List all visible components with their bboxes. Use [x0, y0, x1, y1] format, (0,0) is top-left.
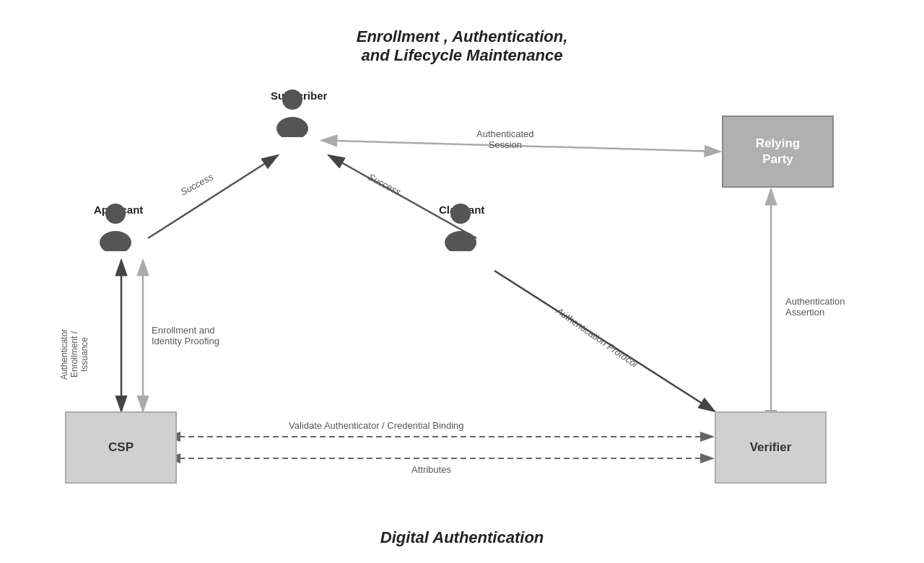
relying-party-box: RelyingParty	[722, 115, 834, 188]
svg-point-19	[450, 204, 471, 224]
applicant-person: Applicant	[94, 201, 143, 216]
attributes-label: Attributes	[411, 464, 451, 475]
svg-point-16	[276, 117, 308, 137]
csp-box: CSP	[65, 411, 177, 484]
relying-party-label: RelyingParty	[756, 136, 800, 167]
csp-label: CSP	[108, 440, 134, 455]
applicant-icon	[94, 201, 137, 251]
svg-line-6	[148, 155, 278, 238]
diagram-container: Enrollment , Authentication, and Lifecyc…	[0, 0, 924, 563]
authenticator-enrollment-label: AuthenticatorEnrollment /Issuance	[59, 329, 90, 380]
subscriber-icon	[271, 87, 314, 137]
validate-authenticator-label: Validate Authenticator / Credential Bind…	[289, 420, 464, 431]
svg-point-20	[445, 231, 476, 251]
svg-point-17	[105, 204, 126, 224]
svg-point-18	[100, 231, 131, 251]
authenticated-session-label: Authenticated Session	[476, 128, 534, 150]
svg-point-15	[282, 90, 302, 110]
verifier-label: Verifier	[750, 440, 792, 455]
verifier-box: Verifier	[715, 411, 827, 484]
subscriber-person: Subscriber	[271, 87, 327, 102]
claimant-person: Claimant	[439, 201, 484, 216]
authentication-assertion-label: AuthenticationAssertion	[785, 285, 845, 318]
enrollment-identity-label: Enrollment andIdentity Proofing	[152, 325, 219, 346]
claimant-icon	[439, 201, 482, 251]
